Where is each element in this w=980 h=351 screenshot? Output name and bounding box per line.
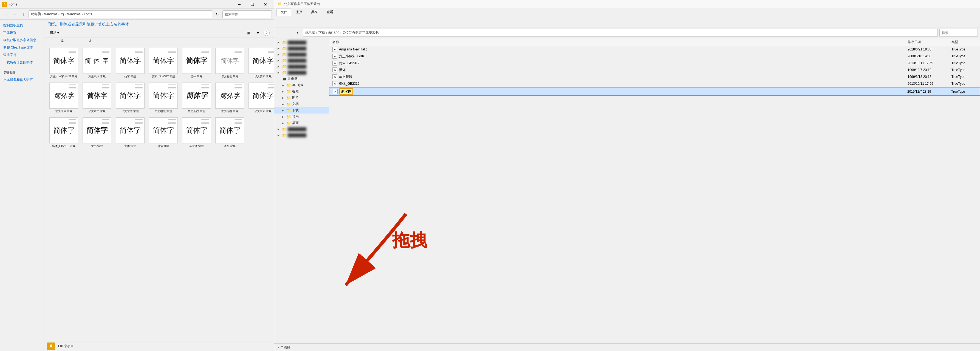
tab-view[interactable]: 查看 (323, 8, 337, 16)
sidebar-item-font-settings[interactable]: 字体设置 (0, 29, 44, 36)
font-item-f15[interactable]: 简体字华文中宋 常规 (247, 81, 274, 114)
tree-item-pictures[interactable]: ▶📁图片 (274, 95, 329, 101)
tree-item-blurred2[interactable]: ▶📁████████ (274, 46, 329, 52)
sidebar-item-font-info[interactable]: 联机获取更多字体信息 (0, 37, 44, 44)
file-row-file6[interactable]: A楷体_GB23122013/10/11 17:59TrueType (329, 80, 980, 87)
file-row-file3[interactable]: A仿宋_GB23122013/10/11 17:59TrueType (329, 60, 980, 67)
up-button[interactable]: ↑ (20, 11, 27, 18)
maximize-button[interactable]: ☐ (246, 0, 259, 9)
font-item-f14[interactable]: 简体字华文行楷 常规 (214, 81, 245, 114)
file-row-file7[interactable]: A新宋体2019/12/7 23:19TrueType (329, 87, 980, 96)
sidebar-also-section: 另请参阅 (0, 70, 44, 76)
font-item-f9[interactable]: 简体字华文楷体 常规 (48, 81, 79, 114)
tree-item-blurred7[interactable]: ▶📁████████ (274, 126, 329, 132)
font-item-f1[interactable]: 简体字方正小标宋_GBK 常规 (48, 47, 79, 79)
app-icon: A (2, 2, 7, 7)
tree-item-music[interactable]: ▶📁音乐 (274, 114, 329, 120)
exp-forward-button[interactable]: → (285, 29, 293, 37)
font-item-f22[interactable]: 简体字幼圆 常规 (214, 116, 245, 149)
breadcrumb-c[interactable]: Windows (C:) (44, 12, 64, 16)
window-controls: ─ ☐ ✕ (233, 0, 272, 9)
font-item-f19[interactable]: 简体字宋体 常规 (115, 116, 146, 149)
file-row-file2[interactable]: A方正小标宋_GBK2000/5/18 14:35TrueType (329, 53, 980, 60)
exp-breadcrumb-pc[interactable]: 此电脑 (305, 30, 315, 35)
sidebar-item-download[interactable]: 下载所有语言的字体 (0, 59, 44, 66)
organize-button[interactable]: 组织 ▾ (48, 29, 60, 37)
font-item-f2[interactable]: 简 体 字方正姚体 常规 (81, 47, 113, 79)
tree-item-blurred4[interactable]: ▶📁████████ (274, 57, 329, 64)
tree-item-blurred3[interactable]: ▶📁████████ (274, 52, 329, 57)
explorer-address-bar: ← → ↑ 此电脑 › 下载 › 581680 › 公文写作常用字体安装包 (274, 27, 980, 38)
explorer-window: 📁 公文写作常用字体安装包 文件 主页 共享 查看 ← → ↑ 此电脑 › 下载… (274, 0, 980, 351)
exp-address-path[interactable]: 此电脑 › 下载 › 581680 › 公文写作常用字体安装包 (303, 29, 938, 37)
close-button[interactable]: ✕ (259, 0, 272, 9)
col-date[interactable]: 修改日期 (907, 39, 950, 45)
tree-sidebar: ▶📁████████▶📁████████▶📁████████▶📁████████… (274, 38, 329, 343)
view-button[interactable]: ⊞ (245, 29, 252, 37)
view-dropdown[interactable]: ▾ (254, 29, 261, 37)
font-item-f17[interactable]: 简体字楷体_GB2312 常规 (48, 116, 79, 149)
exp-up-button[interactable]: ↑ (294, 29, 301, 37)
exp-back-button[interactable]: ← (277, 29, 283, 37)
col-name[interactable]: 名称 (331, 39, 907, 45)
tree-item-3d[interactable]: ▶📁3D 对象 (274, 82, 329, 88)
file-row-file1[interactable]: AAngsana New Italic2018/6/21 19:38TrueTy… (329, 46, 980, 53)
col-type[interactable]: 类型 (950, 39, 978, 45)
sidebar-item-cleartype[interactable]: 调整 ClearType 文本 (0, 44, 44, 51)
search-input[interactable] (223, 10, 272, 18)
tab-home[interactable]: 主页 (292, 8, 307, 16)
tree-item-pc[interactable]: 💻此电脑 (274, 76, 329, 82)
font-item-f7[interactable]: 简体字华文仿宋 常规 (247, 47, 274, 79)
file-list-header: 名称 修改日期 类型 (329, 38, 980, 46)
status-bar: A 118 个项目 (44, 341, 274, 351)
font-item-f6[interactable]: 简体字华文彩云 常规 (214, 47, 245, 79)
font-item-f12[interactable]: 简体字华文细黑 常规 (148, 81, 179, 114)
sidebar-item-find-char[interactable]: 查找字符 (0, 52, 44, 59)
col-header-1: 规 (48, 38, 76, 44)
font-item-f13[interactable]: 简体字华文新魏 常规 (181, 81, 212, 114)
tree-item-blurred5[interactable]: ▶📁████████ (274, 64, 329, 70)
tree-item-desktop[interactable]: ▶📁桌面 (274, 120, 329, 126)
file-list: 名称 修改日期 类型 AAngsana New Italic2018/6/21 … (329, 38, 980, 343)
font-grid: 简体字方正小标宋_GBK 常规简 体 字方正姚体 常规简体字仿宋 常规简体字仿宋… (44, 44, 274, 341)
sidebar-item-control-panel[interactable]: 控制面板主页 (0, 22, 44, 29)
breadcrumb-windows[interactable]: Windows (67, 12, 81, 16)
font-item-f5[interactable]: 简体字黑体 常规 (181, 47, 212, 79)
minimize-button[interactable]: ─ (233, 0, 245, 9)
tab-file[interactable]: 文件 (277, 8, 291, 16)
col-header-4 (131, 38, 159, 44)
forward-button[interactable]: → (11, 11, 18, 18)
fonts-window: A Fonts ─ ☐ ✕ ← → ↑ 此电脑 › Windows (C:) ›… (0, 0, 274, 351)
exp-breadcrumb-id[interactable]: 581680 (328, 31, 339, 35)
font-item-f10[interactable]: 简体字华文隶书 常规 (81, 81, 113, 114)
tab-share[interactable]: 共享 (307, 8, 322, 16)
font-icon: A (47, 343, 55, 350)
font-item-f21[interactable]: 简体字新宋体 常规 (181, 116, 212, 149)
font-item-f20[interactable]: 简体字微软雅黑 (148, 116, 179, 149)
tree-item-blurred6[interactable]: ▶📁████████ (274, 70, 329, 76)
tree-item-video[interactable]: ▶📁视频 (274, 88, 329, 95)
tree-item-docs[interactable]: ▶📁文档 (274, 101, 329, 107)
font-item-f11[interactable]: 简体字华文宋体 常规 (115, 81, 146, 114)
tree-item-downloads[interactable]: ▶📁下载 (274, 107, 329, 114)
address-path[interactable]: 此电脑 › Windows (C:) › Windows › Fonts (29, 10, 212, 18)
file-row-file4[interactable]: A黑体1999/12/7 23:19TrueType (329, 67, 980, 73)
breadcrumb-current: Fonts (84, 12, 92, 16)
exp-breadcrumb-dl[interactable]: 下载 (318, 30, 325, 35)
sidebar-item-text-services[interactable]: 文本服务和输入语言 (0, 76, 44, 83)
tree-item-blurred8[interactable]: ▶📁████████ (274, 132, 329, 138)
font-item-f3[interactable]: 简体字仿宋 常规 (115, 47, 146, 79)
font-item-f18[interactable]: 简体字隶书 常规 (81, 116, 113, 149)
font-item-f4[interactable]: 简体字仿宋_GB2312 常规 (148, 47, 179, 79)
file-row-file5[interactable]: A华文新魏1999/3/18 20:18TrueType (329, 73, 980, 80)
breadcrumb-pc[interactable]: 此电脑 (31, 12, 41, 16)
refresh-button[interactable]: ↻ (214, 11, 221, 18)
exp-breadcrumb-current: 公文写作常用字体安装包 (342, 30, 379, 35)
back-button[interactable]: ← (2, 11, 10, 18)
window-title: Fonts (9, 2, 233, 6)
tree-item-blurred1[interactable]: ▶📁████████ (274, 40, 329, 46)
fonts-content: 预览、删除或者显示和隐藏计算机上安装的字体 组织 ▾ ⊞ ▾ ? 规 规 (44, 20, 274, 351)
toolbar: 组织 ▾ ⊞ ▾ ? (44, 28, 274, 38)
help-button[interactable]: ? (264, 30, 270, 36)
exp-search-input[interactable] (939, 29, 978, 37)
